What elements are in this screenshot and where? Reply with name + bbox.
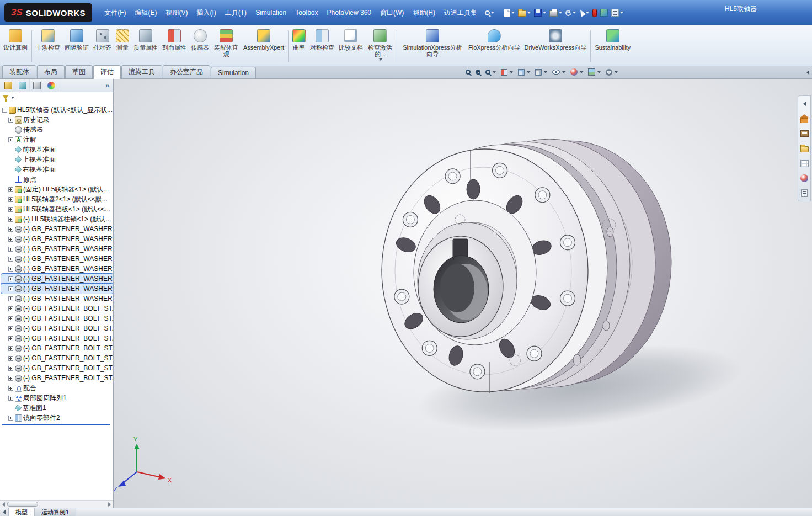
hide-show-items-button[interactable] [552,69,566,75]
simulationxpress-button[interactable]: SimulationXpress分析向导 [399,27,466,65]
tree-item[interactable]: (-) GB_FASTENER_BOLT_ST... [1,363,113,373]
expand-toggle-icon[interactable] [8,118,13,123]
options-button[interactable] [610,8,625,18]
command-tab[interactable]: Simulation [211,67,256,78]
appearances-scenes-button[interactable] [799,173,810,183]
undo-button[interactable] [564,9,578,17]
tree-item[interactable]: 注解 [1,135,113,145]
edit-appearance-button[interactable] [570,68,584,76]
expand-toggle-icon[interactable] [8,296,13,301]
new-document-button[interactable] [502,8,516,18]
tree-item[interactable]: (-) GB_FASTENER_BOLT_ST... [1,304,113,313]
expand-toggle-icon[interactable] [8,306,13,311]
expand-toggle-icon[interactable] [8,316,13,321]
expand-toggle-icon[interactable] [8,237,13,242]
tree-item[interactable]: (-) GB_FASTENER_BOLT_ST... [1,313,113,323]
check-active-button[interactable]: 检查激活的... [365,27,395,65]
view-orientation-button[interactable] [517,68,531,76]
search-button[interactable] [484,9,495,17]
statusbar-tab[interactable]: 运动算例1 [35,508,76,516]
expand-toggle-icon[interactable] [8,217,13,222]
tree-item[interactable]: (-) GB_FASTENER_WASHER... [1,294,113,304]
collapse-panel-button[interactable] [799,99,810,109]
section-view-button[interactable] [500,68,514,76]
expand-toggle-icon[interactable] [8,187,13,192]
tree-item[interactable]: HL5联轴器2<1> (默认<<默... [1,194,113,204]
tree-horizontal-scrollbar[interactable] [0,500,113,508]
expand-toggle-icon[interactable] [8,396,13,401]
tree-item[interactable]: (-) GB_FASTENER_BOLT_ST... [1,353,113,363]
expand-toggle-icon[interactable] [8,276,13,281]
tree-item[interactable]: (-) GB_FASTENER_WASHER... [1,264,113,274]
tree-item[interactable]: (-) GB_FASTENER_BOLT_ST... [1,343,113,353]
tree-item[interactable]: 前视基准面 [1,145,113,155]
apply-scene-button[interactable] [587,68,601,76]
command-tab[interactable]: 办公室产品 [163,65,210,78]
print-button[interactable] [548,8,564,18]
expand-toggle-icon[interactable] [8,416,13,421]
tree-item[interactable]: (-) GB_FASTENER_WASHER... [1,234,113,244]
previous-view-button[interactable] [485,69,496,75]
scrollbar-thumb[interactable] [7,502,38,507]
menu-item[interactable]: 文件(F) [100,7,130,19]
tree-item[interactable]: (-) GB_FASTENER_BOLT_ST... [1,373,113,383]
tree-item[interactable]: 局部圆周阵列1 [1,393,113,403]
filter-funnel-icon[interactable] [3,95,8,102]
tree-item[interactable]: (-) GB_FASTENER_BOLT_ST... [1,323,113,333]
tree-item[interactable]: 右视基准面 [1,164,113,174]
command-tab[interactable]: 草图 [65,65,93,78]
tree-item[interactable]: 上视基准面 [1,155,113,164]
displaymanager-tab-tab[interactable] [44,79,58,91]
file-explorer-button[interactable] [799,143,810,153]
rollback-bar[interactable] [2,424,110,425]
tree-item[interactable]: (-) GB_FASTENER_WASHER... [1,224,113,234]
expand-toggle-icon[interactable] [8,137,13,142]
floxpress-button[interactable]: FloXpress分析向导 [466,27,522,65]
tree-item[interactable]: (-) HL5联轴器柱销<1> (默认... [1,214,113,224]
expand-toggle-icon[interactable] [8,376,13,381]
tree-item[interactable]: 传感器 [1,125,113,135]
curvature-button[interactable]: 曲率 [290,27,308,65]
sensor-button[interactable]: 传感器 [189,27,211,65]
save-button[interactable] [532,8,548,18]
display-style-button[interactable] [535,68,548,76]
tree-item[interactable]: 基准面1 [1,403,113,413]
design-library-button[interactable] [799,129,810,139]
tree-item[interactable]: 原点 [1,174,113,184]
zoom-fit-button[interactable] [465,69,471,75]
view-palette-button[interactable] [799,158,810,168]
sustainability-button[interactable]: Sustainability [592,27,633,65]
tree-item[interactable]: 历史记录 [1,115,113,125]
menu-item[interactable]: 工具(T) [221,7,251,19]
section-properties-button[interactable]: 剖面属性 [160,27,189,65]
taskpane-collapse-arrow-icon[interactable] [806,70,809,75]
expand-toggle-icon[interactable] [8,227,13,232]
menu-item[interactable]: 窗口(W) [376,7,408,19]
expand-toggle-icon[interactable] [8,257,13,262]
menu-item[interactable]: Simulation [251,7,291,18]
mass-properties-button[interactable]: 质量属性 [131,27,160,65]
select-button[interactable] [578,8,591,17]
expand-toggle-icon[interactable] [2,108,7,113]
interference-check-button[interactable]: 干涉检查 [34,27,62,65]
command-tab[interactable]: 评估 [93,65,121,79]
expand-toggle-icon[interactable] [8,326,13,331]
tree-item[interactable]: (-) GB_FASTENER_WASHER... [1,254,113,264]
symmetry-check-button[interactable]: 对称检查 [308,27,336,65]
expand-toggle-icon[interactable] [8,336,13,341]
rebuild-button[interactable] [591,8,599,18]
tree-item[interactable]: (-) GB_FASTENER_BOLT_ST... [1,333,113,343]
configurationmanager-tab-tab[interactable] [30,79,44,91]
tree-item[interactable]: (-) GB_FASTENER_WASHER... [1,244,113,254]
expand-toggle-icon[interactable] [8,207,13,212]
appearance-button[interactable] [599,8,610,18]
compare-documents-button[interactable]: 比较文档 [336,27,365,65]
menu-item[interactable]: 迈迪工具集 [440,7,482,19]
expand-toggle-icon[interactable] [8,386,13,391]
expand-panel-icon[interactable] [103,82,112,89]
dropdown-caret-icon[interactable] [11,97,14,99]
clearance-verify-button[interactable]: 间隙验证 [62,27,91,65]
custom-properties-button[interactable] [799,188,810,198]
design-study-button[interactable]: 设计算例 [1,27,30,65]
expand-toggle-icon[interactable] [8,366,13,371]
